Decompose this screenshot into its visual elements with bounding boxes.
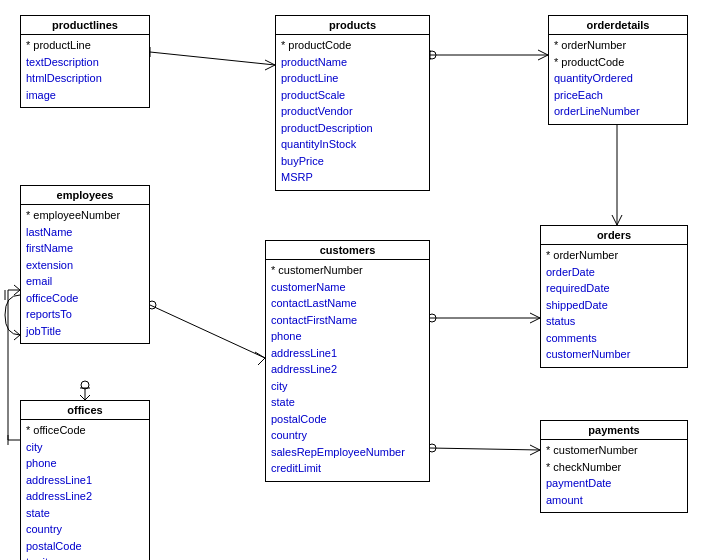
field-orderdetails-4: orderLineNumber [554,103,682,120]
entity-orderdetails: orderdetails* orderNumber* productCodequ… [548,15,688,125]
field-payments-3: amount [546,492,682,509]
field-customers-4: phone [271,328,424,345]
field-employees-2: firstName [26,240,144,257]
field-customers-7: city [271,378,424,395]
field-offices-8: territory [26,554,144,560]
entity-employees-body: * employeeNumberlastNamefirstNameextensi… [21,205,149,343]
svg-line-6 [538,55,548,60]
svg-line-0 [150,52,275,65]
field-orders-6: customerNumber [546,346,682,363]
field-products-6: quantityInStock [281,136,424,153]
field-employees-0: * employeeNumber [26,207,144,224]
field-orderdetails-2: quantityOrdered [554,70,682,87]
entity-orderdetails-title: orderdetails [549,16,687,35]
svg-line-23 [255,352,265,358]
entity-products-body: * productCodeproductNameproductLineprodu… [276,35,429,190]
entity-payments-title: payments [541,421,687,440]
erd-diagram: productlines* productLinetextDescription… [0,0,701,560]
svg-point-20 [81,381,89,389]
field-products-3: productScale [281,87,424,104]
field-offices-4: addressLine2 [26,488,144,505]
svg-line-29 [530,318,540,323]
field-employees-3: extension [26,257,144,274]
svg-line-5 [538,50,548,55]
entity-employees-title: employees [21,186,149,205]
field-offices-2: phone [26,455,144,472]
field-customers-0: * customerNumber [271,262,424,279]
field-customers-1: customerName [271,279,424,296]
field-employees-4: email [26,273,144,290]
entity-products: products* productCodeproductNameproductL… [275,15,430,191]
field-employees-5: officeCode [26,290,144,307]
svg-line-32 [430,448,540,450]
entity-orders-title: orders [541,226,687,245]
entity-customers: customers* customerNumbercustomerNamecon… [265,240,430,482]
svg-line-10 [612,215,617,225]
field-products-7: buyPrice [281,153,424,170]
field-orderdetails-0: * orderNumber [554,37,682,54]
field-orders-5: comments [546,330,682,347]
field-employees-6: reportsTo [26,306,144,323]
entity-productlines: productlines* productLinetextDescription… [20,15,150,108]
svg-line-2 [265,65,275,70]
field-orders-0: * orderNumber [546,247,682,264]
field-orders-2: requiredDate [546,280,682,297]
entity-customers-body: * customerNumbercustomerNamecontactLastN… [266,260,429,481]
svg-line-24 [258,358,265,365]
entity-offices-title: offices [21,401,149,420]
entity-payments: payments* customerNumber* checkNumberpay… [540,420,688,513]
field-orderdetails-3: priceEach [554,87,682,104]
field-orders-1: orderDate [546,264,682,281]
field-customers-8: state [271,394,424,411]
field-customers-6: addressLine2 [271,361,424,378]
field-offices-3: addressLine1 [26,472,144,489]
entity-products-title: products [276,16,429,35]
entity-offices: offices* officeCodecityphoneaddressLine1… [20,400,150,560]
entity-orders: orders* orderNumberorderDaterequiredDate… [540,225,688,368]
field-products-0: * productCode [281,37,424,54]
field-customers-11: salesRepEmployeeNumber [271,444,424,461]
svg-line-11 [617,215,622,225]
field-customers-12: creditLimit [271,460,424,477]
field-products-4: productVendor [281,103,424,120]
field-employees-1: lastName [26,224,144,241]
field-orderdetails-1: * productCode [554,54,682,71]
field-customers-3: contactFirstName [271,312,424,329]
field-offices-0: * officeCode [26,422,144,439]
field-products-8: MSRP [281,169,424,186]
entity-customers-title: customers [266,241,429,260]
field-customers-2: contactLastName [271,295,424,312]
field-customers-5: addressLine1 [271,345,424,362]
entity-orders-body: * orderNumberorderDaterequiredDateshippe… [541,245,687,367]
field-offices-5: state [26,505,144,522]
field-payments-0: * customerNumber [546,442,682,459]
field-products-2: productLine [281,70,424,87]
entity-productlines-title: productlines [21,16,149,35]
field-payments-1: * checkNumber [546,459,682,476]
field-products-5: productDescription [281,120,424,137]
entity-offices-body: * officeCodecityphoneaddressLine1address… [21,420,149,560]
field-productlines-3: image [26,87,144,104]
field-customers-9: postalCode [271,411,424,428]
svg-line-22 [150,305,265,358]
svg-line-1 [265,60,275,65]
field-productlines-2: htmlDescription [26,70,144,87]
field-offices-7: postalCode [26,538,144,555]
field-orders-3: shippedDate [546,297,682,314]
field-productlines-1: textDescription [26,54,144,71]
field-products-1: productName [281,54,424,71]
svg-line-33 [530,445,540,450]
field-offices-6: country [26,521,144,538]
entity-payments-body: * customerNumber* checkNumberpaymentDate… [541,440,687,512]
field-offices-1: city [26,439,144,456]
svg-line-34 [530,450,540,455]
field-employees-7: jobTitle [26,323,144,340]
field-payments-2: paymentDate [546,475,682,492]
entity-productlines-body: * productLinetextDescriptionhtmlDescript… [21,35,149,107]
field-customers-10: country [271,427,424,444]
svg-line-28 [530,313,540,318]
field-orders-4: status [546,313,682,330]
field-productlines-0: * productLine [26,37,144,54]
entity-orderdetails-body: * orderNumber* productCodequantityOrdere… [549,35,687,124]
entity-employees: employees* employeeNumberlastNamefirstNa… [20,185,150,344]
